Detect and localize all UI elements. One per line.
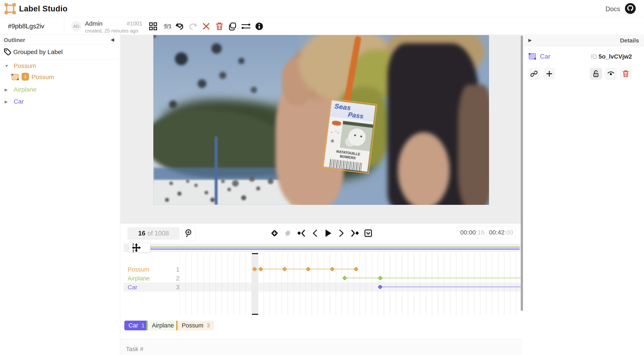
keyframe-diamond[interactable]	[258, 267, 263, 272]
previous-keyframe-button[interactable]	[296, 226, 307, 240]
tree-expanded-icon[interactable]: ▼	[4, 64, 9, 68]
avatar: AD	[71, 21, 81, 31]
label-studio-app: Label Studio Docs #9pb8Lgs2iv AD Admin #…	[0, 0, 644, 355]
plus-icon	[546, 70, 552, 77]
track-label-car[interactable]: Car	[128, 284, 138, 291]
keyframe-diamond[interactable]	[354, 267, 359, 272]
tree-collapsed-icon[interactable]: ▶	[4, 87, 8, 92]
label-hotkey: 3	[207, 322, 210, 329]
region-box-icon	[12, 74, 19, 80]
add-relation-button[interactable]	[543, 68, 555, 80]
play-button[interactable]	[322, 226, 334, 240]
keyframe-diamond[interactable]	[282, 267, 287, 272]
keyframe-span-line	[344, 278, 521, 278]
outliner-region-possum[interactable]: 1 Possum	[0, 73, 120, 83]
label-pill-possum[interactable]: Possum 3	[176, 321, 214, 330]
info-icon[interactable]	[252, 17, 266, 35]
region-label: Possum	[32, 73, 54, 81]
next-frame-button[interactable]	[336, 226, 348, 240]
expand-panel-icon[interactable]: ▶	[528, 38, 532, 43]
grouping-selector[interactable]: Grouped by Label	[0, 45, 120, 59]
vertical-scrollbar[interactable]	[521, 35, 523, 311]
group-label: Possum	[14, 62, 36, 69]
toggle-timeline-button[interactable]	[362, 226, 374, 240]
details-header: ▶ Details	[525, 35, 644, 46]
track-label-possum[interactable]: Possum	[128, 266, 150, 273]
outliner-header: Outliner ◀	[0, 35, 120, 44]
keyframe-span-line	[254, 269, 356, 270]
zoom-in-button[interactable]	[182, 225, 196, 241]
settings-sliders-icon[interactable]	[239, 17, 252, 35]
current-frame: 16	[138, 230, 145, 237]
remove-keyframe-button-disabled[interactable]	[282, 226, 294, 240]
season-pass-ticket: Seas Pass ~⌒~ ✳ RATATOUILLE BOWERS	[324, 100, 376, 172]
selected-region-row[interactable]: Car ID 5o_lvCVjw2	[525, 51, 644, 64]
timeline-playhead[interactable]	[252, 253, 258, 315]
video-coat	[458, 85, 489, 205]
video-pole	[215, 136, 218, 205]
collapse-panel-icon[interactable]: ◀	[111, 37, 114, 42]
duplicate-icon[interactable]	[226, 17, 239, 35]
region-label: Car	[540, 53, 550, 60]
region-id-value: 5o_lvCVjw2	[598, 53, 632, 60]
keyframe-diamond[interactable]	[342, 276, 347, 281]
frame-counter[interactable]: 16 of 1008	[128, 227, 180, 240]
group-label: Airplane	[14, 86, 36, 93]
annotation-id: #1001	[127, 20, 142, 27]
current-time[interactable]: 00:00:16	[458, 226, 487, 239]
video-frame[interactable]: Seas Pass ~⌒~ ✳ RATATOUILLE BOWERS	[153, 35, 489, 205]
outliner-group-possum[interactable]: ▼ Possum	[0, 61, 120, 71]
minimap-car-span	[142, 249, 520, 250]
video-controls: 16 of 1008	[120, 224, 522, 243]
annotation-toolbar: #9pb8Lgs2iv AD Admin #1001 created, 25 m…	[0, 17, 644, 35]
keyframe-span-line	[380, 287, 521, 287]
details-title: Details	[620, 37, 639, 44]
link-region-button[interactable]	[528, 68, 540, 80]
delete-region-button[interactable]	[620, 68, 632, 80]
outliner-group-car[interactable]: ▶ Car	[0, 97, 120, 107]
label-text: Airplane	[152, 322, 174, 329]
timeline-grid[interactable]	[180, 253, 520, 315]
total-time-frames: :00	[504, 229, 513, 236]
docs-link[interactable]: Docs	[606, 5, 620, 13]
undo-icon[interactable]	[173, 17, 186, 35]
keyframe-diamond[interactable]	[378, 284, 382, 289]
ticket-logo	[332, 120, 341, 126]
keyframe-diamond[interactable]	[378, 276, 383, 281]
lock-region-button[interactable]	[590, 68, 602, 80]
outliner-group-airplane[interactable]: ▶ Airplane	[0, 85, 120, 95]
magnifier-plus-icon	[184, 229, 193, 238]
total-frames: of 1008	[148, 230, 169, 237]
delete-trash-icon[interactable]	[213, 17, 226, 35]
total-time[interactable]: 00:42:00	[487, 226, 516, 239]
timeline-minimap[interactable]	[124, 244, 520, 252]
label-studio-logo-icon[interactable]	[4, 3, 16, 14]
next-keyframe-button[interactable]	[349, 226, 361, 240]
github-icon[interactable]	[624, 3, 636, 14]
minimap-airplane-span	[137, 247, 520, 248]
video-hand	[398, 132, 450, 205]
reject-x-icon[interactable]	[200, 17, 213, 35]
logo-corner	[12, 11, 16, 14]
track-label-airplane[interactable]: Airplane	[128, 275, 150, 282]
track-number: 3	[171, 284, 180, 291]
current-time-frames: :16	[476, 229, 484, 236]
region-index-badge: 1	[22, 73, 29, 81]
previous-frame-button[interactable]	[309, 226, 320, 240]
keyframe-diamond[interactable]	[306, 267, 310, 272]
keyframe-diamond[interactable]	[330, 267, 335, 272]
divider	[120, 339, 522, 339]
task-footer-band	[120, 339, 522, 355]
tree-collapsed-icon[interactable]: ▶	[4, 99, 8, 104]
task-id[interactable]: #9pb8Lgs2iv	[0, 17, 64, 35]
group-label: Car	[14, 98, 24, 105]
annotator-name: Admin	[85, 20, 102, 27]
add-keyframe-button[interactable]	[269, 226, 280, 240]
star-icon[interactable]: ★	[160, 17, 173, 35]
redo-icon[interactable]	[186, 17, 200, 35]
hide-region-button[interactable]	[605, 68, 617, 80]
label-pill-car[interactable]: Car 1	[124, 321, 148, 330]
grid-view-icon[interactable]	[146, 17, 160, 35]
region-bounding-box[interactable]: Seas Pass ~⌒~ ✳ RATATOUILLE BOWERS	[322, 98, 378, 174]
ticket-logo: ~⌒~	[330, 129, 340, 136]
